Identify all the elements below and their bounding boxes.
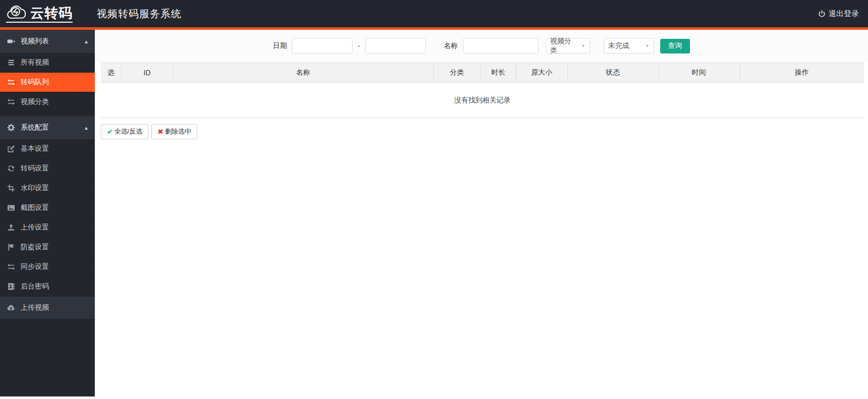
cloud-logo-icon — [6, 5, 28, 20]
sidebar-item-label: 转码队列 — [21, 78, 49, 87]
sidebar: 视频列表 ▲ 所有视频 转码队列 — [0, 30, 95, 396]
name-label: 名称 — [444, 41, 458, 50]
category-select[interactable]: 视频分类 ▼ — [546, 38, 590, 53]
sidebar-item-label: 截图设置 — [21, 203, 49, 212]
logo: 云转码 — [0, 5, 95, 23]
sidebar-item-upload-video[interactable]: 上传视频 — [0, 297, 95, 319]
cloud-upload-icon — [7, 304, 15, 312]
sidebar-item-transcode-settings[interactable]: 转码设置 — [0, 159, 95, 179]
sidebar-item-sync-settings[interactable]: 同步设置 — [0, 257, 95, 277]
search-button[interactable]: 查询 — [660, 39, 690, 53]
sidebar-item-label: 上传视频 — [21, 303, 49, 312]
check-icon: ✔ — [107, 128, 113, 136]
sidebar-item-label: 基本设置 — [21, 144, 49, 153]
col-header-size: 原大小 — [516, 63, 567, 83]
flag-icon — [7, 243, 15, 251]
logout-button[interactable]: 退出登录 — [818, 9, 859, 19]
refresh-icon — [7, 164, 15, 173]
col-header-status: 状态 — [567, 63, 658, 83]
sidebar-item-label: 所有视频 — [21, 58, 49, 67]
sidebar-item-watermark-settings[interactable]: 水印设置 — [0, 179, 95, 198]
select-all-button[interactable]: ✔全选/反选 — [101, 124, 148, 139]
power-icon — [818, 10, 826, 18]
sidebar-item-label: 同步设置 — [21, 262, 49, 271]
sidebar-item-label: 上传设置 — [21, 223, 49, 232]
col-header-select: 选 — [101, 63, 121, 83]
videos-table: 选 ID 名称 分类 时长 原大小 状态 时间 操作 没有找到相关记录 — [101, 63, 864, 118]
image-icon — [7, 204, 15, 212]
date-label: 日期 — [273, 41, 287, 50]
sidebar-item-basic-settings[interactable]: 基本设置 — [0, 139, 95, 159]
logout-label: 退出登录 — [829, 9, 859, 19]
edit-icon — [7, 145, 15, 153]
cross-icon: ✖ — [157, 128, 163, 136]
name-input[interactable] — [463, 38, 539, 53]
id-card-icon — [7, 282, 15, 291]
sidebar-item-label: 转码设置 — [21, 164, 49, 173]
main-content: 日期 - 名称 视频分类 ▼ 未完成 ▼ 查询 — [95, 30, 868, 396]
sidebar-item-upload-settings[interactable]: 上传设置 — [0, 218, 95, 238]
col-header-actions: 操作 — [739, 63, 864, 83]
exchange-icon — [7, 78, 15, 86]
sidebar-item-screenshot-settings[interactable]: 截图设置 — [0, 198, 95, 218]
sidebar-item-label: 防盗设置 — [21, 243, 49, 252]
date-to-input[interactable] — [365, 38, 426, 53]
gear-icon — [7, 124, 15, 132]
app-header: 云转码 视频转码服务系统 退出登录 — [0, 0, 868, 30]
col-header-name: 名称 — [173, 63, 433, 83]
col-header-duration: 时长 — [481, 63, 516, 83]
sidebar-item-label: 视频分类 — [21, 97, 49, 106]
upload-icon — [7, 223, 15, 232]
date-range-separator: - — [358, 42, 360, 50]
chevron-down-icon: ▼ — [645, 43, 650, 48]
col-header-category: 分类 — [433, 63, 481, 83]
sidebar-item-label: 水印设置 — [21, 184, 49, 193]
status-select-value: 未完成 — [608, 41, 629, 50]
sidebar-item-transcode-queue[interactable]: 转码队列 — [0, 73, 95, 92]
sidebar-item-admin-password[interactable]: 后台密码 — [0, 277, 95, 297]
empty-message: 没有找到相关记录 — [101, 83, 864, 118]
filter-bar: 日期 - 名称 视频分类 ▼ 未完成 ▼ 查询 — [95, 30, 868, 63]
chevron-up-icon: ▲ — [84, 39, 89, 44]
select-all-label: 全选/反选 — [114, 127, 143, 136]
exchange-icon — [7, 98, 15, 106]
sidebar-item-label: 后台密码 — [21, 282, 49, 291]
logo-text: 云转码 — [30, 7, 73, 20]
sidebar-divider — [0, 112, 95, 116]
sidebar-section-label: 系统配置 — [21, 123, 49, 132]
category-select-value: 视频分类 — [550, 37, 578, 55]
chevron-down-icon: ▼ — [581, 43, 586, 48]
col-header-time: 时间 — [658, 63, 739, 83]
delete-selected-label: 删除选中 — [165, 127, 191, 136]
empty-row: 没有找到相关记录 — [101, 83, 864, 118]
bulk-actions: ✔全选/反选 ✖删除选中 — [101, 124, 864, 139]
chevron-up-icon: ▲ — [84, 125, 89, 131]
date-from-input[interactable] — [292, 38, 353, 53]
exchange-icon — [7, 263, 15, 271]
delete-selected-button[interactable]: ✖删除选中 — [151, 124, 197, 139]
page-title: 视频转码服务系统 — [97, 7, 182, 21]
crop-icon — [7, 184, 15, 192]
sidebar-item-video-categories[interactable]: 视频分类 — [0, 92, 95, 112]
sidebar-section-label: 视频列表 — [21, 37, 49, 46]
col-header-id: ID — [121, 63, 173, 83]
sidebar-item-antitheft-settings[interactable]: 防盗设置 — [0, 238, 95, 257]
list-icon — [7, 59, 15, 67]
status-select[interactable]: 未完成 ▼ — [604, 38, 654, 53]
table-area: 选 ID 名称 分类 时长 原大小 状态 时间 操作 没有找到相关记录 — [101, 63, 864, 139]
sidebar-section-system-config[interactable]: 系统配置 ▲ — [0, 116, 95, 139]
table-header-row: 选 ID 名称 分类 时长 原大小 状态 时间 操作 — [101, 63, 864, 83]
sidebar-section-video-list[interactable]: 视频列表 ▲ — [0, 30, 95, 53]
video-camera-icon — [7, 37, 15, 45]
sidebar-item-all-videos[interactable]: 所有视频 — [0, 53, 95, 73]
